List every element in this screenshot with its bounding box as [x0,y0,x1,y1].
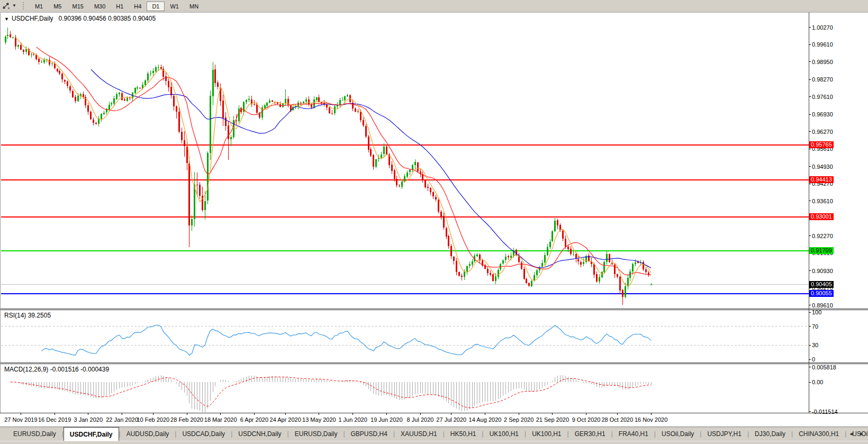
chart-tab-usdcad-daily[interactable]: USDCAD,Daily [176,427,231,441]
ohlc-values: 0.90396 0.90456 0.90385 0.90405 [59,15,156,22]
chart-window: 1.002700.996100.989500.982700.976100.969… [0,12,868,427]
tab-scroll-right-icon[interactable]: ► [857,431,866,437]
ohlc-collapse-icon[interactable]: ▼ [4,16,9,22]
chart-tab-gbpusd-h4[interactable]: GBPUSD,H4 [345,427,393,441]
rsi-indicator-label: RSI(14) 39.2505 [4,312,51,319]
macd-indicator-label: MACD(12,26,9) -0.001516 -0.000439 [4,366,109,373]
timeframe-buttons: M1M5M15M30H1H4D1W1MN [30,1,204,11]
chart-tab-usdcnh-daily[interactable]: USDCNH,Daily [232,427,287,441]
timeframe-button-m30[interactable]: M30 [89,2,111,11]
symbol-period-label: USDCHF,Daily [12,15,53,22]
chart-tab-usdjpy-h1[interactable]: USDJPY,H1 [701,427,747,441]
tab-scroll-left-icon[interactable]: ◄ [847,431,855,437]
timeframe-button-h1[interactable]: H1 [111,2,129,11]
chart-tab-eurusd-daily[interactable]: EURUSD,Daily [7,427,62,441]
pointer-tool-button[interactable]: ▼ [0,2,19,10]
chart-tab-dj30-daily[interactable]: DJ30,Daily [749,427,791,441]
chart-tab-xauusd-h1[interactable]: XAUUSD,H1 [395,427,443,441]
chart-tab-ger30-h1[interactable]: GER30,H1 [569,427,611,441]
timeframe-button-h4[interactable]: H4 [129,2,147,11]
tab-scrollers: ◄ ► [847,427,866,441]
tool-dropdown-caret[interactable]: ▼ [12,3,16,8]
timeframe-button-m1[interactable]: M1 [30,2,48,11]
chart-tab-fra40-h1[interactable]: FRA40,H1 [613,427,654,441]
chart-tab-usoil-daily[interactable]: USOil,Daily [656,427,700,441]
chart-tab-uk100-h1[interactable]: UK100,H1 [484,427,525,441]
timeframe-toolbar: ▼ M1M5M15M30H1H4D1W1MN [0,0,868,12]
chart-tab-eurusd-daily[interactable]: EURUSD,Daily [289,427,343,441]
chart-title: ▼USDCHF,Daily0.90396 0.90456 0.90385 0.9… [4,15,156,22]
chart-tab-usdchf-daily[interactable]: USDCHF,Daily [64,427,119,441]
chart-tab-china300-h1[interactable]: CHINA300,H1 [793,427,845,441]
timeframe-button-m5[interactable]: M5 [48,2,67,11]
toolbar-grip[interactable] [23,2,26,10]
status-strip [0,441,868,444]
timeframe-button-w1[interactable]: W1 [165,2,184,11]
chart-tabbar: EURUSD,Daily|USDCHF,Daily|AUDUSD,Daily|U… [0,427,868,441]
chart-tab-hk50-h1[interactable]: HK50,H1 [445,427,482,441]
price-chart-canvas[interactable] [0,12,868,427]
pointer-tool-icon [2,2,11,10]
timeframe-button-d1[interactable]: D1 [147,2,165,11]
timeframe-button-mn[interactable]: MN [184,2,204,11]
chart-tab-audusd-daily[interactable]: AUDUSD,Daily [121,427,175,441]
timeframe-button-m15[interactable]: M15 [67,2,88,11]
chart-tab-uk100-h1[interactable]: UK100,H1 [526,427,567,441]
